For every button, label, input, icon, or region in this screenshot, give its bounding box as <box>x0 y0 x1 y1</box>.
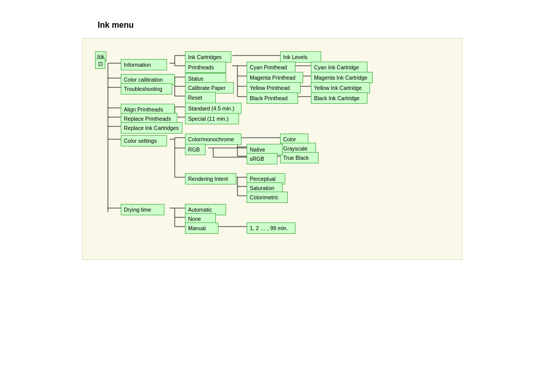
node-manual[interactable]: Manual <box>185 222 218 234</box>
node-srgb[interactable]: sRGB <box>247 153 278 164</box>
node-black-printhead[interactable]: Black Printhead <box>247 92 298 104</box>
node-ink-levels[interactable]: Ink Levels <box>280 51 321 63</box>
node-magenta-printhead[interactable]: Magenta Printhead <box>247 72 303 83</box>
node-yellow-ink-cartridge[interactable]: Yellow Ink Cartridge <box>311 82 370 94</box>
node-color-monochrome[interactable]: Color/monochrome <box>185 134 242 145</box>
node-colorimetric[interactable]: Colorimetric <box>247 192 288 203</box>
node-magenta-ink-cartridge[interactable]: Magenta Ink Cartridge <box>311 72 373 83</box>
node-ink-cartridges[interactable]: Ink Cartridges <box>185 51 231 63</box>
node-cyan-ink-cartridge[interactable]: Cyan Ink Cartridge <box>311 62 367 73</box>
node-printheads[interactable]: Printheads <box>185 62 226 73</box>
node-reset[interactable]: Reset <box>185 92 216 103</box>
node-mins-1-99[interactable]: 1, 2 … , 99 min. <box>247 222 295 234</box>
node-standard[interactable]: Standard (4.5 min.) <box>185 103 242 114</box>
node-drying-time[interactable]: Drying time <box>121 204 164 215</box>
diagram-container: Ink ⊡ Information Color calibration Trou… <box>82 38 462 260</box>
node-troubleshooting[interactable]: Troubleshooting <box>121 83 172 95</box>
node-replace-ink-cartridges[interactable]: Replace Ink Cartridges <box>121 122 182 134</box>
node-rendering-intent[interactable]: Rendering Intent <box>185 173 236 184</box>
ink-root-icon: ⊡ <box>95 59 105 69</box>
node-special[interactable]: Special (11 min.) <box>185 113 239 124</box>
tree-wrap: Ink ⊡ Information Color calibration Trou… <box>90 49 460 249</box>
node-color-settings[interactable]: Color settings <box>121 135 167 146</box>
page-title: Ink menu <box>0 0 555 38</box>
node-rgb[interactable]: RGB <box>185 144 206 155</box>
node-cyan-printhead[interactable]: Cyan Printhead <box>247 62 295 73</box>
node-information[interactable]: Information <box>121 59 167 70</box>
node-black-ink-cartridge[interactable]: Black Ink Cartridge <box>311 92 367 104</box>
node-yellow-printhead[interactable]: Yellow Printhead <box>247 82 301 94</box>
node-true-black[interactable]: True Black <box>280 152 319 163</box>
